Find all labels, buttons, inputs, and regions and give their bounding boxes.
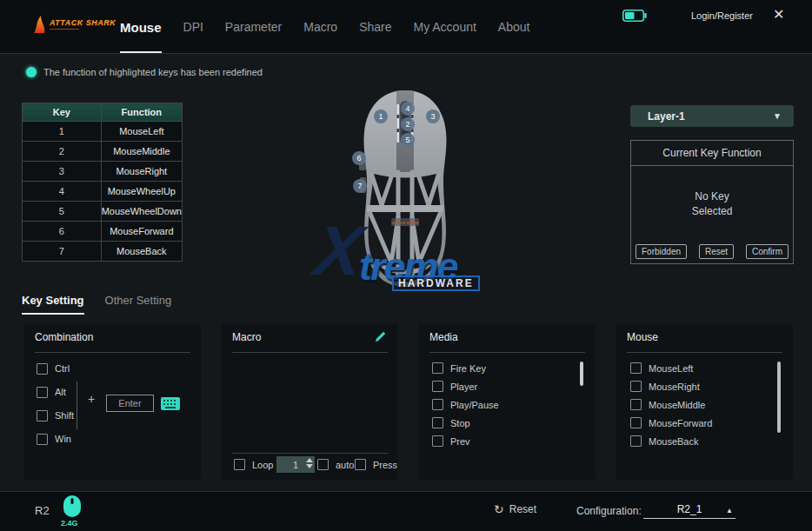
media-checkbox-item[interactable]: Fire Key [432, 362, 499, 374]
nav-tab[interactable]: Macro [303, 0, 337, 54]
table-row: 4 MouseWheelUp [23, 182, 183, 202]
checkbox[interactable] [432, 417, 443, 428]
key-capture-field[interactable]: Enter [106, 395, 154, 412]
loop-count-stepper[interactable]: 1 [276, 456, 315, 473]
scrollbar[interactable] [777, 362, 781, 433]
press-checkbox-item[interactable]: Press [355, 459, 397, 470]
checkbox-label: Alt [55, 387, 66, 397]
checkbox[interactable] [37, 363, 48, 375]
loop-checkbox-item[interactable]: Loop [234, 459, 273, 470]
mouse-checkbox-item[interactable]: MouseLeft [630, 362, 712, 374]
checkbox[interactable] [37, 434, 48, 445]
reset-label: Reset [509, 503, 536, 515]
table-row: 3 MouseRight [23, 162, 183, 182]
configuration-dropdown[interactable]: R2_1 ▲ [643, 501, 735, 519]
nav-tab[interactable]: About [498, 0, 530, 54]
login-register-link[interactable]: Login/Register [691, 10, 753, 21]
current-key-function-panel: Current Key Function No Key Selected For… [630, 140, 794, 264]
mouse-connection-icon[interactable] [63, 494, 82, 521]
function-cell: MouseWheelDown [101, 202, 182, 222]
divider [429, 352, 585, 353]
modifier-checkbox-list: Ctrl Alt Shift Win [37, 362, 74, 445]
key-cell: 5 [23, 202, 102, 222]
setting-tab[interactable]: Other Setting [105, 294, 172, 315]
mouse-checkbox-item[interactable]: MouseForward [630, 417, 712, 428]
mouse-key-badge-4[interactable]: 4 [401, 102, 415, 116]
redefined-keys-notice: The function of highlighted keys has bee… [26, 67, 263, 77]
checkbox[interactable] [234, 459, 245, 470]
scrollbar[interactable] [580, 362, 583, 386]
key-cell: 2 [23, 142, 102, 162]
checkbox[interactable] [37, 410, 48, 421]
checkbox[interactable] [432, 399, 443, 410]
checkbox[interactable] [432, 362, 443, 374]
table-header-row: Key Function [23, 103, 183, 122]
key-cell: 1 [23, 122, 102, 142]
function-cell: MouseBack [101, 242, 182, 262]
checkbox[interactable] [630, 362, 642, 374]
table-row: 6 MouseForward [23, 222, 183, 242]
modifier-checkbox-item[interactable]: Shift [37, 409, 74, 421]
layer-dropdown[interactable]: Layer-1 ▼ [630, 105, 794, 127]
panel-title: Current Key Function [631, 141, 793, 166]
brand-logo: ATTACK SHARK [33, 15, 116, 33]
checkbox[interactable] [630, 435, 642, 447]
status-line-2: Selected [631, 204, 793, 219]
mouse-key-badge-5[interactable]: 5 [401, 133, 415, 147]
mouse-key-badge-3[interactable]: 3 [426, 110, 440, 123]
checkbox[interactable] [630, 381, 642, 392]
setting-tab[interactable]: Key Setting [22, 294, 84, 315]
close-icon[interactable]: ✕ [773, 6, 784, 23]
media-checkbox-item[interactable]: Stop [432, 417, 499, 428]
nav-tab[interactable]: DPI [183, 0, 203, 54]
connection-mode-label: 2.4G [61, 519, 78, 528]
media-checkbox-item[interactable]: Player [432, 381, 499, 392]
mouse-checkbox-list: MouseLeft MouseRight MouseMiddle MouseFo… [630, 362, 712, 447]
checkbox-label: Player [450, 382, 477, 392]
checkbox-label: Play/Pause [450, 400, 499, 410]
media-checkbox-item[interactable]: Prev [432, 435, 499, 447]
key-action-buttons: Forbidden Reset Confirm [636, 244, 789, 259]
mouse-checkbox-item[interactable]: MouseRight [630, 381, 712, 392]
divider [232, 453, 388, 454]
stepper-arrows[interactable] [306, 458, 313, 468]
mouse-key-badge-7[interactable]: 7 [353, 179, 367, 193]
reset-key-button[interactable]: Reset [699, 244, 734, 259]
reset-config-button[interactable]: ↻ Reset [494, 502, 536, 516]
media-checkbox-item[interactable]: Play/Pause [432, 399, 499, 410]
edit-pencil-icon[interactable] [374, 331, 386, 347]
mouse-key-badge-1[interactable]: 1 [374, 110, 388, 123]
keyboard-icon[interactable] [161, 397, 180, 414]
key-cell: 6 [23, 222, 102, 242]
mouse-function-panel: Mouse MouseLeft MouseRight MouseMiddle M… [616, 323, 793, 480]
forbidden-button[interactable]: Forbidden [636, 244, 687, 259]
checkbox-label: auto [336, 460, 354, 470]
checkbox[interactable] [630, 399, 642, 410]
checkbox[interactable] [355, 459, 366, 470]
arrow-down-icon[interactable] [306, 464, 313, 468]
nav-tab[interactable]: Mouse [120, 0, 162, 54]
footer-bar: R2 2.4G ↻ Reset Configuration: R2_1 ▲ [0, 491, 812, 531]
divider [35, 352, 190, 353]
checkbox[interactable] [37, 387, 48, 398]
confirm-button[interactable]: Confirm [746, 244, 789, 259]
divider [627, 352, 782, 353]
mouse-key-badge-2[interactable]: 2 [401, 117, 415, 131]
mouse-checkbox-item[interactable]: MouseMiddle [630, 399, 712, 410]
checkbox[interactable] [432, 381, 443, 392]
arrow-up-icon[interactable] [306, 458, 313, 462]
mouse-key-badge-6[interactable]: 6 [352, 151, 366, 165]
checkbox-label: Loop [252, 460, 273, 470]
auto-checkbox-item[interactable]: auto [317, 459, 354, 470]
checkbox[interactable] [317, 459, 329, 470]
nav-tab[interactable]: Parameter [225, 0, 282, 54]
modifier-checkbox-item[interactable]: Ctrl [37, 362, 74, 375]
checkbox[interactable] [630, 417, 642, 428]
mouse-checkbox-item[interactable]: MouseBack [630, 435, 712, 447]
modifier-checkbox-item[interactable]: Win [37, 433, 74, 445]
nav-tab[interactable]: Share [359, 0, 391, 54]
modifier-checkbox-item[interactable]: Alt [37, 386, 74, 398]
chevron-down-icon: ▼ [773, 111, 782, 121]
checkbox[interactable] [432, 435, 443, 447]
nav-tab[interactable]: My Account [413, 0, 476, 54]
